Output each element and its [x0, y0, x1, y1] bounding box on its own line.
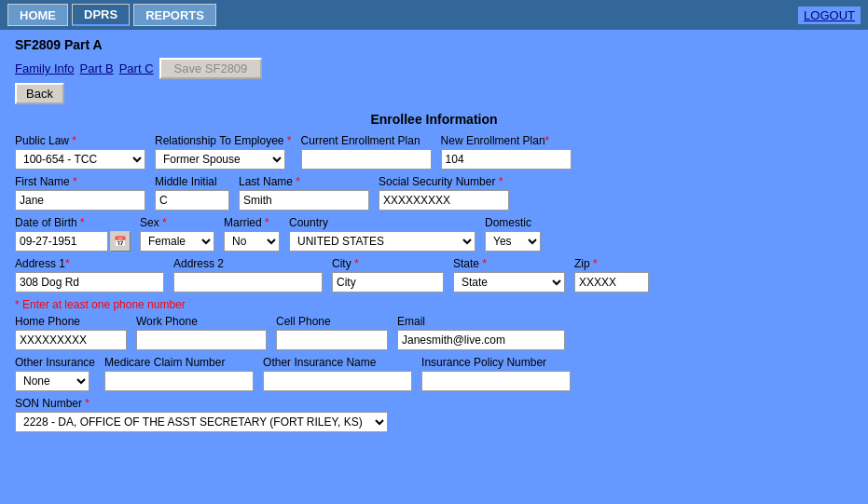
home-nav-btn[interactable]: HOME	[7, 4, 68, 26]
home-phone-input[interactable]	[15, 330, 127, 350]
address1-input[interactable]	[15, 272, 164, 293]
zip-label: Zip *	[574, 257, 649, 270]
family-info-link[interactable]: Family Info	[15, 61, 75, 75]
first-name-label: First Name *	[15, 175, 145, 188]
insurance-policy-input[interactable]	[421, 371, 571, 391]
cell-phone-group: Cell Phone	[276, 315, 388, 350]
form-row-1: Public Law * 100-654 - TCC Relationship …	[15, 134, 853, 170]
form-row-4: Address 1* Address 2 City * State * Stat…	[15, 257, 853, 293]
cell-phone-input[interactable]	[276, 330, 388, 350]
address2-group: Address 2	[173, 257, 323, 293]
medicare-claim-input[interactable]	[104, 371, 254, 391]
save-sf2809-button[interactable]: Save SF2809	[159, 58, 263, 79]
insurance-policy-label: Insurance Policy Number	[421, 356, 571, 369]
other-insurance-label: Other Insurance	[15, 356, 95, 369]
work-phone-label: Work Phone	[136, 315, 267, 328]
calendar-button[interactable]: 📅	[110, 231, 131, 252]
home-phone-label: Home Phone	[15, 315, 127, 328]
relationship-select[interactable]: Former Spouse	[155, 149, 285, 170]
form-row-5: Home Phone Work Phone Cell Phone Email	[15, 315, 853, 350]
back-button[interactable]: Back	[15, 83, 64, 104]
dob-label: Date of Birth *	[15, 216, 131, 229]
page-body: SF2809 Part A Family Info Part B Part C …	[0, 30, 868, 445]
son-number-label: SON Number *	[15, 397, 388, 410]
son-number-group: SON Number * 2228 - DA, OFFICE OF THE AS…	[15, 397, 388, 432]
zip-input[interactable]	[574, 272, 649, 293]
nav-bar: HOME DPRS REPORTS LOGOUT	[0, 0, 868, 30]
state-label: State *	[453, 257, 565, 270]
logout-link[interactable]: LOGOUT	[798, 7, 861, 24]
new-enrollment-label: New Enrollment Plan*	[441, 134, 572, 147]
first-name-group: First Name *	[15, 175, 145, 211]
state-select[interactable]: State	[453, 272, 565, 293]
last-name-label: Last Name *	[239, 175, 369, 188]
married-group: Married * No Yes	[224, 216, 280, 252]
married-label: Married *	[224, 216, 280, 229]
domestic-select[interactable]: Yes No	[485, 231, 541, 252]
work-phone-input[interactable]	[136, 330, 267, 350]
relationship-group: Relationship To Employee * Former Spouse	[155, 134, 292, 170]
country-group: Country UNITED STATES	[289, 216, 475, 252]
middle-initial-group: Middle Initial	[155, 175, 229, 211]
domestic-label: Domestic	[485, 216, 541, 229]
address1-label: Address 1*	[15, 257, 164, 270]
part-c-link[interactable]: Part C	[119, 61, 154, 75]
work-phone-group: Work Phone	[136, 315, 267, 350]
insurance-policy-group: Insurance Policy Number	[421, 356, 571, 391]
email-group: Email	[397, 315, 565, 350]
zip-group: Zip *	[574, 257, 649, 293]
other-insurance-name-input[interactable]	[263, 371, 412, 391]
country-select[interactable]: UNITED STATES	[289, 231, 475, 252]
medicare-claim-label: Medicare Claim Number	[104, 356, 254, 369]
public-law-label: Public Law *	[15, 134, 145, 147]
email-input[interactable]	[397, 330, 565, 350]
nav-left: HOME DPRS REPORTS	[7, 4, 216, 26]
sex-label: Sex *	[140, 216, 214, 229]
middle-initial-label: Middle Initial	[155, 175, 229, 188]
married-select[interactable]: No Yes	[224, 231, 280, 252]
ssn-label: Social Security Number *	[379, 175, 509, 188]
current-enrollment-group: Current Enrollment Plan	[301, 134, 432, 170]
city-input[interactable]	[332, 272, 444, 293]
relationship-label: Relationship To Employee *	[155, 134, 292, 147]
sex-select[interactable]: Female Male	[140, 231, 214, 252]
reports-nav-btn[interactable]: REPORTS	[133, 4, 216, 26]
ssn-group: Social Security Number *	[379, 175, 509, 211]
medicare-claim-group: Medicare Claim Number	[104, 356, 254, 391]
address2-input[interactable]	[173, 272, 323, 293]
other-insurance-name-label: Other Insurance Name	[263, 356, 412, 369]
city-label: City *	[332, 257, 444, 270]
sex-group: Sex * Female Male	[140, 216, 214, 252]
last-name-group: Last Name *	[239, 175, 369, 211]
current-enrollment-label: Current Enrollment Plan	[301, 134, 432, 147]
form-row-6: Other Insurance None Medicare Claim Numb…	[15, 356, 853, 391]
address2-label: Address 2	[173, 257, 323, 270]
cell-phone-label: Cell Phone	[276, 315, 388, 328]
page-title: SF2809 Part A	[15, 37, 853, 52]
country-label: Country	[289, 216, 475, 229]
city-group: City *	[332, 257, 444, 293]
part-b-link[interactable]: Part B	[80, 61, 114, 75]
middle-initial-input[interactable]	[155, 190, 229, 211]
domestic-group: Domestic Yes No	[485, 216, 541, 252]
current-enrollment-input[interactable]	[301, 149, 432, 170]
last-name-input[interactable]	[239, 190, 369, 211]
form-row-3: Date of Birth * 📅 Sex * Female Male Marr…	[15, 216, 853, 252]
new-enrollment-group: New Enrollment Plan*	[441, 134, 572, 170]
form-row-2: First Name * Middle Initial Last Name * …	[15, 175, 853, 211]
breadcrumb: Family Info Part B Part C Save SF2809	[15, 58, 853, 79]
first-name-input[interactable]	[15, 190, 145, 211]
dob-input[interactable]	[15, 231, 108, 252]
other-insurance-select[interactable]: None	[15, 371, 90, 391]
phone-warning: * Enter at least one phone number	[15, 298, 853, 311]
son-number-select[interactable]: 2228 - DA, OFFICE OF THE ASST SECRETARY …	[15, 412, 388, 432]
address1-group: Address 1*	[15, 257, 164, 293]
public-law-group: Public Law * 100-654 - TCC	[15, 134, 145, 170]
form-row-7: SON Number * 2228 - DA, OFFICE OF THE AS…	[15, 397, 853, 432]
ssn-input[interactable]	[379, 190, 509, 211]
new-enrollment-input[interactable]	[441, 149, 572, 170]
public-law-select[interactable]: 100-654 - TCC	[15, 149, 145, 170]
state-group: State * State	[453, 257, 565, 293]
dprs-nav-btn[interactable]: DPRS	[72, 4, 130, 26]
home-phone-group: Home Phone	[15, 315, 127, 350]
